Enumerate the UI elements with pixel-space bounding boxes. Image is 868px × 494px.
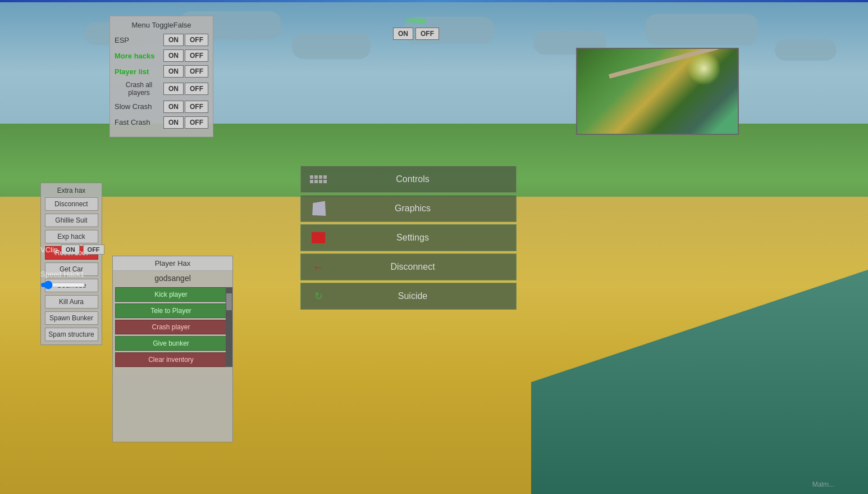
player-hax-scrollbar-thumb (226, 293, 232, 310)
controls-cell (310, 180, 313, 183)
speed-hack-area: Speed Hack1 (40, 270, 85, 291)
controls-cell (323, 175, 327, 179)
speed-hack-label: Speed Hack1 (40, 270, 84, 278)
fast-crash-toggle-row: Fast Crash ON OFF (115, 116, 208, 129)
player-list-label: Player list (115, 67, 149, 76)
tele-to-player-button[interactable]: Tele to Player (115, 303, 227, 318)
slow-crash-toggle-row: Slow Crash ON OFF (115, 101, 208, 113)
cloud (292, 34, 371, 59)
vclip-on-button[interactable]: ON (61, 244, 80, 255)
slow-crash-btn-group: ON OFF (163, 101, 208, 113)
more-hacks-btn-group: ON OFF (163, 49, 208, 62)
suicide-arrows-icon: ↻ (314, 290, 323, 302)
menu-item-graphics[interactable]: Graphics (300, 195, 517, 222)
disconnect-label: Disconnect (336, 262, 490, 272)
crash-all-toggle-row: Crash all players ON OFF (115, 81, 208, 97)
controls-label: Controls (336, 174, 490, 184)
esp-off-button[interactable]: OFF (185, 34, 208, 46)
slow-crash-off-button[interactable]: OFF (185, 101, 208, 113)
controls-icon (309, 170, 327, 188)
settings-square-icon (312, 232, 325, 243)
suicide-icon: ↻ (309, 287, 327, 305)
give-bunker-button[interactable]: Give bunker (115, 336, 227, 351)
controls-cell (319, 175, 322, 179)
exp-hack-button[interactable]: Exp hack (45, 230, 98, 243)
player-hax-scrollbar[interactable] (226, 287, 232, 367)
watermark: Malm... (812, 481, 834, 488)
crash-all-btn-group: ON OFF (163, 83, 208, 95)
minimap-inner (577, 49, 738, 134)
controls-cell (310, 175, 313, 179)
vclip-label: VClip (40, 246, 58, 254)
extra-hax-title: Extra hax (57, 187, 86, 194)
fast-crash-btn-group: ON OFF (163, 116, 208, 129)
minimap-glow (687, 52, 721, 85)
ghillie-suit-button[interactable]: Ghillie Suit (45, 214, 98, 227)
player-hax-empty-area (113, 369, 232, 442)
disconnect-hax-button[interactable]: Disconnect (45, 197, 98, 211)
vclip-area: VClip ON OFF (40, 244, 104, 255)
clear-inventory-button[interactable]: Clear inventory (115, 352, 227, 367)
player-name: godsangel (113, 271, 232, 285)
menu-item-settings[interactable]: Settings (300, 224, 517, 251)
more-hacks-toggle-row: More hacks ON OFF (115, 49, 208, 62)
graphics-label: Graphics (336, 203, 490, 214)
settings-label: Settings (336, 233, 490, 243)
controls-cell (314, 180, 318, 183)
top-menu-on-button[interactable]: ON (393, 28, 413, 40)
esp-toggle-row: ESP ON OFF (115, 34, 208, 46)
player-list-btn-group: ON OFF (163, 65, 208, 78)
disconnect-arrow-icon: ← (313, 261, 324, 274)
player-list-off-button[interactable]: OFF (185, 65, 208, 78)
player-list-on-button[interactable]: ON (163, 65, 184, 78)
controls-cell (314, 175, 318, 179)
graphics-icon (309, 200, 327, 217)
esp-on-button[interactable]: ON (163, 34, 184, 46)
cloud (646, 14, 758, 45)
player-hax-panel: Player Hax godsangel Kick player Tele to… (112, 256, 233, 442)
settings-icon (309, 229, 327, 247)
extra-hax-panel: Extra hax Disconnect Ghillie Suit Exp ha… (40, 183, 102, 345)
minimap (576, 48, 739, 135)
spam-structure-button[interactable]: Spam structure (45, 328, 98, 341)
fast-crash-label: Fast Crash (115, 118, 150, 126)
menu-item-disconnect[interactable]: ← Disconnect (300, 253, 517, 280)
vclip-off-button[interactable]: OFF (83, 244, 104, 255)
slow-crash-label: Slow Crash (115, 102, 152, 111)
cloud (775, 39, 837, 61)
fast-crash-off-button[interactable]: OFF (185, 116, 208, 129)
speed-hack-slider[interactable] (40, 280, 85, 289)
controls-grid-icon (310, 175, 327, 183)
menu-toggle-panel: Menu ToggleFalse ESP ON OFF More hacks O… (109, 16, 213, 137)
fast-crash-on-button[interactable]: ON (163, 116, 184, 129)
crash-all-label: Crash all players (115, 81, 163, 97)
menu-item-suicide[interactable]: ↻ Suicide (300, 283, 517, 310)
spawn-bunker-button[interactable]: Spawn Bunker (45, 311, 98, 325)
main-menu: Controls Graphics Settings ← Disconnect … (300, 166, 517, 310)
kick-player-button[interactable]: Kick player (115, 287, 227, 302)
crash-all-off-button[interactable]: OFF (185, 83, 208, 95)
controls-cell (319, 180, 322, 183)
more-hacks-off-button[interactable]: OFF (185, 49, 208, 62)
top-menu-title: Menu (393, 16, 439, 25)
esp-label: ESP (115, 36, 129, 44)
slow-crash-on-button[interactable]: ON (163, 101, 184, 113)
kill-aura-button[interactable]: Kill Aura (45, 295, 98, 309)
player-hax-actions: Kick player Tele to Player Crash player … (113, 287, 232, 367)
top-menu-btn-group: ON OFF (393, 28, 439, 40)
crash-all-on-button[interactable]: ON (163, 83, 184, 95)
player-list-toggle-row: Player list ON OFF (115, 65, 208, 78)
crash-player-button[interactable]: Crash player (115, 320, 227, 334)
top-menu-panel: Menu ON OFF (393, 16, 439, 40)
top-menu-off-button[interactable]: OFF (415, 28, 439, 40)
suicide-label: Suicide (336, 291, 490, 301)
menu-item-controls[interactable]: Controls (300, 166, 517, 193)
player-hax-title: Player Hax (113, 256, 232, 271)
top-bar (0, 0, 868, 2)
disconnect-icon: ← (309, 258, 327, 276)
more-hacks-label: More hacks (115, 52, 155, 60)
more-hacks-on-button[interactable]: ON (163, 49, 184, 62)
graphics-cube-icon (312, 201, 326, 216)
controls-cell (323, 180, 327, 183)
esp-btn-group: ON OFF (163, 34, 208, 46)
